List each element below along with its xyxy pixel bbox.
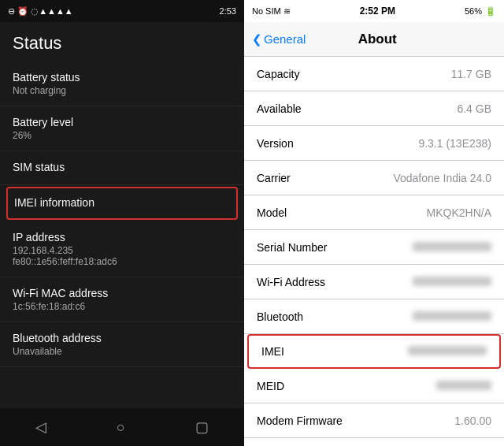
ip-address-label: IP address — [13, 231, 232, 243]
seid-row[interactable]: SEID › — [244, 438, 504, 446]
model-row: Model MKQK2HN/A — [244, 195, 504, 230]
ios-nav-bar: ❮ General About — [244, 22, 504, 57]
battery-status-item: Battery status Not charging — [0, 61, 244, 106]
dnd-icon: ⊖ — [8, 6, 15, 16]
model-label: Model — [257, 206, 287, 219]
sim-status-label: SIM status — [13, 161, 232, 173]
bluetooth-blurred — [413, 311, 491, 321]
bluetooth-value — [413, 310, 491, 323]
android-header: Status — [0, 22, 244, 61]
battery-level-value: 26% — [13, 130, 232, 141]
available-value: 6.4 GB — [457, 102, 491, 115]
ios-back-label: General — [264, 32, 306, 46]
android-time: 2:53 — [220, 6, 236, 16]
serial-number-value — [413, 241, 491, 254]
meid-value — [436, 380, 491, 392]
ip-address-item: IP address 192.168.4.235fe80::1e56:feff:… — [0, 221, 244, 277]
available-label: Available — [257, 102, 302, 115]
android-panel: ⊖ ⏰ ◌▲▲▲▲ 2:53 Status Battery status Not… — [0, 0, 244, 446]
chevron-left-icon: ❮ — [252, 32, 262, 46]
imei-value — [408, 345, 487, 358]
wifi-address-blurred — [413, 277, 491, 286]
wifi-mac-item: Wi-Fi MAC address 1c:56:fe:18:ad:c6 — [0, 277, 244, 322]
capacity-value: 11.7 GB — [451, 68, 491, 80]
version-label: Version — [257, 137, 294, 150]
carrier-label: Carrier — [257, 172, 291, 184]
modem-firmware-value: 1.60.00 — [454, 414, 491, 427]
wifi-address-row: Wi-Fi Address — [244, 265, 504, 299]
sim-status-item[interactable]: SIM status — [0, 151, 244, 185]
battery-level-label: Battery level — [13, 116, 232, 128]
capacity-label: Capacity — [257, 68, 299, 80]
meid-row: MEID — [244, 369, 504, 403]
ios-status-right: 56% 🔋 — [465, 6, 496, 17]
carrier-value: Vodafone India 24.0 — [393, 172, 491, 184]
ios-page-title: About — [306, 32, 449, 47]
wifi-address-value — [413, 276, 491, 288]
android-content: Battery status Not charging Battery leve… — [0, 61, 244, 408]
ios-status-left: No SIM ≋ — [252, 6, 291, 17]
bluetooth-label: Bluetooth — [257, 310, 303, 323]
modem-firmware-label: Modem Firmware — [257, 414, 343, 427]
wifi-mac-value: 1c:56:fe:18:ad:c6 — [13, 301, 232, 312]
meid-blurred — [436, 381, 491, 390]
version-value: 9.3.1 (13E238) — [418, 137, 491, 150]
imei-info-item[interactable]: IMEI information — [6, 187, 238, 220]
meid-label: MEID — [257, 380, 284, 392]
bluetooth-row: Bluetooth — [244, 299, 504, 334]
battery-level-item: Battery level 26% — [0, 106, 244, 151]
battery-status-value: Not charging — [13, 85, 232, 96]
ios-time: 2:52 PM — [360, 6, 395, 17]
capacity-row: Capacity 11.7 GB — [244, 57, 504, 91]
serial-number-row: Serial Number — [244, 230, 504, 265]
battery-status-label: Battery status — [13, 71, 232, 84]
wifi-mac-label: Wi-Fi MAC address — [13, 287, 232, 299]
ip-address-value: 192.168.4.235fe80::1e56:feff:fe18:adc6 — [13, 245, 232, 267]
bluetooth-address-item: Bluetooth address Unavailable — [0, 322, 244, 367]
imei-blurred — [408, 346, 487, 355]
imei-label: IMEI — [261, 345, 284, 358]
battery-percent: 56% — [465, 6, 482, 16]
imei-info-label: IMEI information — [14, 196, 230, 209]
ios-about-list: Capacity 11.7 GB Available 6.4 GB Versio… — [244, 57, 504, 446]
android-page-title: Status — [13, 33, 232, 54]
serial-number-blurred — [413, 242, 491, 251]
android-nav-bar: ◁ ○ ▢ — [0, 408, 244, 446]
alarm-icon: ⏰ — [17, 6, 28, 16]
ios-content: Capacity 11.7 GB Available 6.4 GB Versio… — [244, 57, 504, 446]
back-nav-icon[interactable]: ◁ — [35, 418, 46, 436]
ios-status-bar: No SIM ≋ 2:52 PM 56% 🔋 — [244, 0, 504, 22]
home-nav-icon[interactable]: ○ — [117, 419, 125, 436]
carrier-row: Carrier Vodafone India 24.0 — [244, 161, 504, 195]
android-status-icons-left: ⊖ ⏰ ◌▲▲▲▲ — [8, 6, 73, 17]
signal-icon: ◌▲▲▲▲ — [31, 6, 73, 16]
recents-nav-icon[interactable]: ▢ — [195, 418, 209, 436]
modem-firmware-row: Modem Firmware 1.60.00 — [244, 403, 504, 438]
serial-number-label: Serial Number — [257, 241, 327, 254]
android-status-bar: ⊖ ⏰ ◌▲▲▲▲ 2:53 — [0, 0, 244, 22]
ios-back-button[interactable]: ❮ General — [252, 32, 306, 46]
battery-icon: 🔋 — [485, 6, 496, 17]
bluetooth-address-value: Unavailable — [13, 346, 232, 357]
model-value: MKQK2HN/A — [427, 206, 491, 219]
imei-row: IMEI — [247, 334, 501, 369]
wifi-address-label: Wi-Fi Address — [257, 276, 325, 288]
bluetooth-address-label: Bluetooth address — [13, 332, 232, 344]
version-row: Version 9.3.1 (13E238) — [244, 126, 504, 161]
ios-panel: No SIM ≋ 2:52 PM 56% 🔋 ❮ General About C… — [244, 0, 504, 446]
available-row: Available 6.4 GB — [244, 91, 504, 126]
